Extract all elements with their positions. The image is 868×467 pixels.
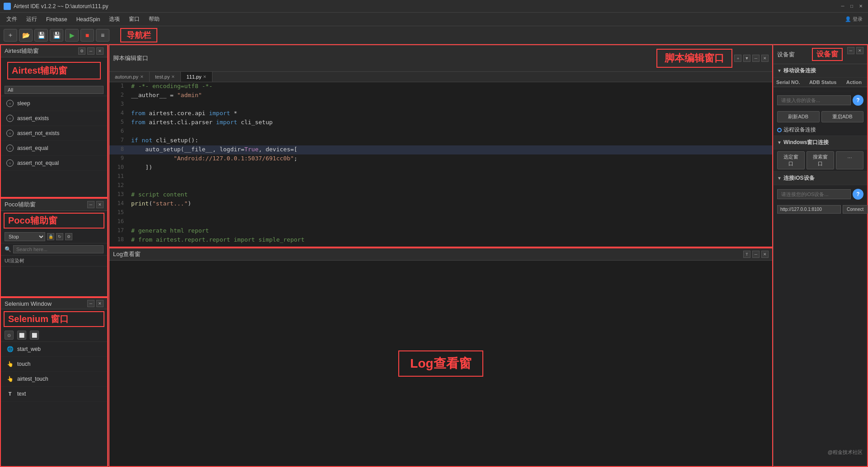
refresh-adb-btn[interactable]: 刷新ADB: [777, 111, 820, 122]
ios-connect-hint-input[interactable]: [777, 189, 851, 199]
tab-111[interactable]: 111.py ✕: [181, 72, 212, 82]
airtest-settings-btn[interactable]: ⚙: [78, 47, 85, 55]
selenium-btn3[interactable]: ⬜: [30, 331, 39, 340]
minimize-btn[interactable]: ─: [839, 3, 846, 10]
airtest-minimize-btn[interactable]: ─: [87, 47, 94, 55]
code-line-12: 12: [109, 182, 772, 191]
selenium-header: Selenium Window ─ ✕: [1, 298, 107, 309]
toolbar: ＋ 📂 💾 💾 ▶ ■ ≡ 导航栏: [0, 26, 868, 44]
tab-test[interactable]: test.py ✕: [150, 72, 181, 82]
save-all-btn[interactable]: 💾: [50, 29, 63, 42]
poco-close-btn[interactable]: ✕: [96, 201, 104, 208]
code-line-9: 9 "Android://127.0.0.1:5037/691cc0b";: [109, 154, 772, 163]
select-window-btn[interactable]: 选定窗口: [777, 151, 805, 169]
stop-btn[interactable]: ■: [80, 29, 94, 42]
editor-menu-btn[interactable]: ▼: [743, 55, 750, 62]
selenium-item-text[interactable]: T text: [1, 387, 107, 402]
code-line-1: 1 # -*- encoding=utf8 -*-: [109, 82, 772, 91]
device-minimize-btn[interactable]: ─: [847, 47, 854, 54]
log-close-btn[interactable]: ✕: [761, 251, 769, 258]
tab-autorun[interactable]: autorun.py ✕: [109, 72, 150, 82]
connect-help-btn[interactable]: ?: [853, 95, 863, 106]
selenium-btn2[interactable]: ⬜: [17, 331, 26, 340]
code-line-3: 3: [109, 100, 772, 109]
poco-refresh-btn[interactable]: ↻: [56, 233, 63, 240]
code-line-16: 16: [109, 218, 772, 227]
poco-minimize-btn[interactable]: ─: [87, 201, 94, 208]
windows-more-btn[interactable]: …: [836, 151, 863, 169]
maximize-btn[interactable]: □: [848, 3, 855, 10]
login-area[interactable]: 👤 登录: [845, 16, 866, 23]
menu-window[interactable]: 窗口: [124, 14, 144, 25]
airtest-item-assert-not-equal[interactable]: ○ assert_not_equal: [1, 156, 107, 171]
selenium-item-touch[interactable]: 👆 touch: [1, 357, 107, 372]
open-btn[interactable]: 📂: [19, 29, 33, 42]
airtest-panel: Airtest辅助窗 ⚙ ─ ✕ Airtest辅助窗 ○ sleep ○ as…: [0, 44, 108, 198]
ios-arrow-icon: ▼: [777, 176, 782, 181]
poco-search-input[interactable]: [13, 245, 104, 253]
menu-bar: 文件 运行 Firebase HeadSpin 选项 窗口 帮助 👤 登录: [0, 13, 868, 26]
left-panel: Airtest辅助窗 ⚙ ─ ✕ Airtest辅助窗 ○ sleep ○ as…: [0, 44, 108, 467]
menu-options[interactable]: 选项: [104, 14, 124, 25]
restart-adb-btn[interactable]: 重启ADB: [821, 111, 864, 122]
device-table: Serial NO. ADB Status Action: [774, 78, 867, 91]
airtest-title-label: Airtest辅助窗: [5, 47, 39, 55]
mobile-arrow-icon: ▼: [777, 68, 782, 73]
search-window-btn[interactable]: 搜索窗口: [807, 151, 834, 169]
airtest-search-input[interactable]: [5, 86, 104, 94]
menu-help[interactable]: 帮助: [144, 14, 164, 25]
airtest-item-assert-exists[interactable]: ○ assert_exists: [1, 111, 107, 126]
toolbar-label: 导航栏: [120, 28, 157, 42]
save-btn[interactable]: 💾: [34, 29, 48, 42]
code-area[interactable]: 1 # -*- encoding=utf8 -*- 2 __author__ =…: [109, 82, 772, 247]
remote-radio[interactable]: [777, 128, 782, 132]
menu-headspin[interactable]: HeadSpin: [72, 14, 105, 24]
airtest-item-assert-equal[interactable]: ○ assert_equal: [1, 141, 107, 156]
poco-label-overlay: Poco辅助窗: [4, 213, 104, 229]
selenium-item-airtest-touch[interactable]: 👆 airtest_touch: [1, 372, 107, 387]
menu-file[interactable]: 文件: [2, 14, 22, 25]
airtest-assert-equal-label: assert_equal: [17, 145, 48, 151]
log-viewer: Log查看窗 T ─ ✕ Log查看窗: [108, 248, 773, 467]
editor-minimize-btn[interactable]: ─: [752, 55, 760, 62]
log-minimize-btn[interactable]: ─: [752, 251, 760, 258]
windows-section-header[interactable]: ▼ Windows窗口连接: [774, 136, 867, 149]
new-file-btn[interactable]: ＋: [4, 29, 17, 42]
airtest-close-btn[interactable]: ✕: [96, 47, 104, 55]
menu-firebase[interactable]: Firebase: [42, 14, 72, 24]
poco-settings-btn[interactable]: ⚙: [65, 233, 72, 240]
menu-run[interactable]: 运行: [22, 14, 42, 25]
connect-input[interactable]: [777, 95, 851, 105]
ios-section-header[interactable]: ▼ 连接iOS设备: [774, 172, 867, 185]
selenium-item-start-web[interactable]: 🌐 start_web: [1, 342, 107, 357]
editor-add-btn[interactable]: ＋: [734, 55, 741, 62]
selenium-minimize-btn[interactable]: ─: [87, 300, 94, 307]
ios-url-input[interactable]: [777, 205, 841, 214]
tab-test-close[interactable]: ✕: [171, 75, 175, 79]
selenium-close-btn[interactable]: ✕: [96, 300, 104, 307]
remote-row: 远程设备连接: [774, 124, 867, 135]
tab-autorun-close[interactable]: ✕: [140, 75, 144, 79]
tab-111-close[interactable]: ✕: [203, 75, 207, 79]
main-area: Airtest辅助窗 ⚙ ─ ✕ Airtest辅助窗 ○ sleep ○ as…: [0, 44, 868, 467]
airtest-item-assert-not-exists[interactable]: ○ assert_not_exists: [1, 126, 107, 141]
selenium-btn1[interactable]: ⊙: [5, 331, 14, 340]
mobile-section-title: 移动设备连接: [783, 67, 816, 75]
airtest-item-sleep[interactable]: ○ sleep: [1, 96, 107, 111]
mobile-section-header[interactable]: ▼ 移动设备连接: [774, 64, 867, 78]
device-close-btn[interactable]: ✕: [856, 47, 863, 54]
selenium-panel: Selenium Window ─ ✕ Selenium 窗口 ⊙ ⬜ ⬜ 🌐 …: [0, 297, 108, 467]
editor-close-btn[interactable]: ✕: [761, 55, 769, 62]
close-btn[interactable]: ✕: [857, 3, 864, 10]
log-label-overlay: Log查看窗: [398, 350, 483, 377]
poco-lock-btn[interactable]: 🔒: [47, 233, 54, 240]
ios-connect-hint-row: ?: [774, 185, 867, 203]
script-editor-header: 脚本编辑窗口 脚本编辑窗口 ＋ ▼ ─ ✕: [109, 45, 772, 72]
poco-mode-select[interactable]: Stop Start: [5, 232, 45, 241]
more-btn[interactable]: ≡: [96, 29, 109, 42]
ios-help-btn[interactable]: ?: [853, 189, 863, 200]
run-btn[interactable]: ▶: [65, 29, 79, 42]
log-filter-btn[interactable]: T: [743, 251, 750, 258]
log-title: Log查看窗: [113, 250, 141, 258]
ios-connect-btn[interactable]: Connect: [843, 205, 868, 214]
